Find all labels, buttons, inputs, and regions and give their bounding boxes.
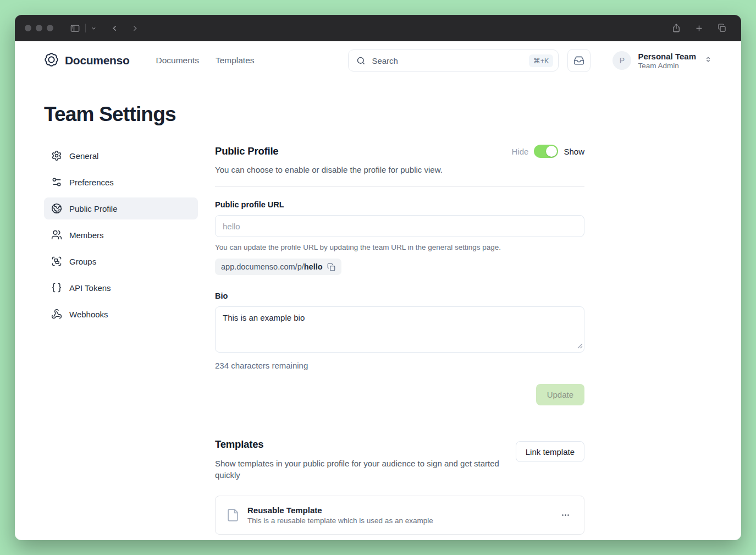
- maximize-button[interactable]: [47, 25, 53, 31]
- forward-icon[interactable]: [130, 24, 140, 33]
- file-icon: [226, 508, 240, 522]
- bio-textarea[interactable]: This is an example bio: [215, 306, 584, 353]
- template-card[interactable]: Reusable Template This is a reusable tem…: [215, 496, 584, 535]
- account-team-name: Personal Team: [638, 52, 696, 61]
- nav-templates[interactable]: Templates: [216, 56, 255, 65]
- minimize-button[interactable]: [36, 25, 42, 31]
- profile-visibility-toggle-row: Hide Show: [512, 145, 584, 158]
- sidebar-item-groups[interactable]: Groups: [44, 250, 198, 272]
- sidebar-item-members[interactable]: Members: [44, 224, 198, 246]
- search-shortcut-badge: ⌘+K: [529, 54, 553, 67]
- search-icon: [356, 56, 366, 65]
- group-icon: [51, 256, 62, 267]
- sidebar-item-label: General: [69, 151, 98, 161]
- app-header: Documenso Documents Templates ⌘+K P Pers…: [15, 41, 741, 80]
- resize-handle-icon[interactable]: [577, 341, 583, 351]
- new-tab-icon[interactable]: [694, 24, 704, 33]
- profile-visibility-switch[interactable]: [534, 145, 558, 158]
- search-bar[interactable]: ⌘+K: [348, 50, 559, 72]
- page-title: Team Settings: [15, 103, 741, 126]
- inbox-icon: [573, 55, 584, 66]
- sidebar-item-public-profile[interactable]: Public Profile: [44, 197, 198, 219]
- sidebar-item-label: API Tokens: [69, 283, 111, 293]
- tab-overview-icon[interactable]: [717, 23, 727, 33]
- templates-description: Show templates in your public profile fo…: [215, 458, 506, 481]
- brand[interactable]: Documenso: [44, 52, 130, 69]
- url-preview-chip[interactable]: app.documenso.com/p/hello: [215, 259, 341, 275]
- share-icon[interactable]: [671, 23, 681, 33]
- nav-documents[interactable]: Documents: [156, 56, 199, 65]
- link-template-button[interactable]: Link template: [516, 441, 584, 462]
- template-subtitle: This is a reusable template which is use…: [247, 516, 433, 525]
- settings-content: Public Profile Hide Show You can choose …: [215, 145, 584, 535]
- settings-sidebar: General Preferences Public Profile Membe…: [44, 145, 198, 535]
- url-preview-prefix: app.documenso.com/p/: [221, 262, 304, 271]
- template-title: Reusable Template: [247, 505, 433, 515]
- toggle-show-label: Show: [564, 147, 584, 156]
- divider: [215, 186, 584, 187]
- documenso-logo-icon: [44, 52, 59, 69]
- braces-icon: [51, 282, 62, 293]
- url-field-help: You can update the profile URL by updati…: [215, 243, 584, 251]
- toggle-hide-label: Hide: [512, 147, 529, 156]
- sidebar-item-preferences[interactable]: Preferences: [44, 171, 198, 193]
- section-title-public-profile: Public Profile: [215, 145, 278, 157]
- public-profile-url-input[interactable]: [215, 215, 584, 237]
- main-nav: Documents Templates: [156, 56, 255, 65]
- sidebar-item-label: Preferences: [69, 178, 114, 187]
- browser-titlebar: [15, 15, 741, 41]
- section-description: You can choose to enable or disable the …: [215, 165, 584, 174]
- webhook-icon: [51, 309, 62, 320]
- sidebar-item-label: Members: [69, 230, 104, 240]
- sidebar-item-general[interactable]: General: [44, 145, 198, 167]
- update-button[interactable]: Update: [536, 384, 584, 405]
- sidebar-item-label: Groups: [69, 257, 96, 266]
- copy-icon[interactable]: [327, 263, 335, 271]
- avatar: P: [612, 51, 631, 70]
- sidebar-item-webhooks[interactable]: Webhooks: [44, 303, 198, 325]
- close-button[interactable]: [25, 25, 31, 31]
- bio-field-label: Bio: [215, 292, 584, 300]
- gear-icon: [51, 150, 62, 161]
- chevron-down-icon[interactable]: [91, 25, 97, 31]
- sidebar-item-api-tokens[interactable]: API Tokens: [44, 277, 198, 299]
- characters-remaining: 234 characters remaining: [215, 361, 584, 370]
- traffic-lights: [25, 25, 53, 31]
- url-preview-slug: hello: [304, 262, 323, 271]
- sliders-icon: [51, 177, 62, 188]
- users-icon: [51, 229, 62, 240]
- url-field-label: Public profile URL: [215, 200, 584, 209]
- account-role: Team Admin: [638, 62, 696, 70]
- sidebar-item-label: Webhooks: [69, 310, 108, 319]
- chrome-separator: [85, 24, 86, 32]
- section-title-templates: Templates: [215, 438, 506, 450]
- globe-icon: [51, 203, 62, 214]
- ellipsis-menu-icon[interactable]: [558, 507, 573, 523]
- sidebar-toggle-icon[interactable]: [70, 23, 80, 34]
- search-input[interactable]: [372, 56, 523, 65]
- brand-name: Documenso: [65, 54, 130, 67]
- sidebar-item-label: Public Profile: [69, 204, 118, 213]
- inbox-button[interactable]: [567, 49, 591, 72]
- browser-window: Documenso Documents Templates ⌘+K P Pers…: [15, 15, 741, 540]
- account-menu[interactable]: P Personal Team Team Admin: [612, 51, 712, 70]
- chevron-up-down-icon: [704, 56, 712, 65]
- back-icon[interactable]: [110, 24, 119, 33]
